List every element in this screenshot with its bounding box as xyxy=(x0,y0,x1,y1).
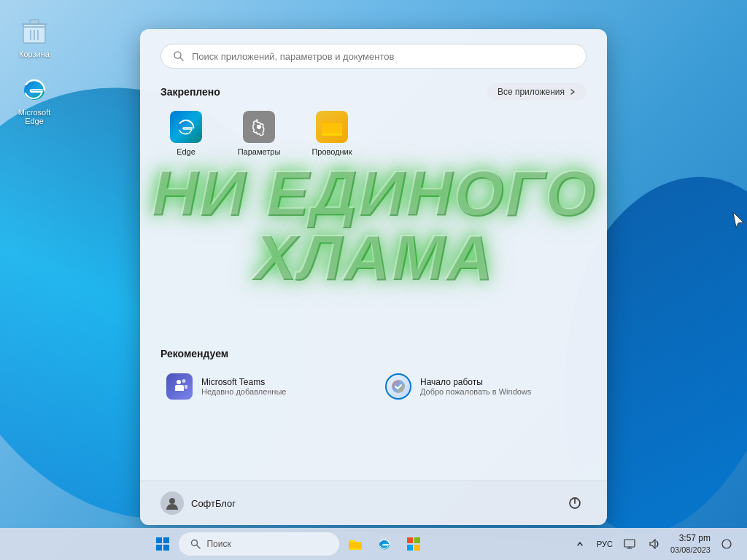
power-icon xyxy=(568,496,582,510)
pinned-app-edge-label: Edge xyxy=(177,147,196,156)
svg-line-4 xyxy=(180,58,183,61)
rec-text-getstarted: Начало работы Добро пожаловать в Windows xyxy=(420,377,531,396)
taskbar-search-icon xyxy=(190,539,201,549)
rec-name-getstarted: Начало работы xyxy=(420,377,531,387)
tray-language-button[interactable]: РУС xyxy=(593,532,616,556)
taskbar-right: РУС 3:57 pm 03/08/2023 xyxy=(568,532,738,556)
clock-date: 03/08/2023 xyxy=(670,545,711,555)
taskbar-search[interactable]: Поиск xyxy=(179,532,339,556)
rec-name-teams: Microsoft Teams xyxy=(201,377,286,387)
desktop-icon-recycle-bin[interactable]: Корзина xyxy=(9,15,60,58)
recommended-section: Рекомендуем Microsoft Teams Недавно доба… xyxy=(140,335,607,416)
svg-rect-17 xyxy=(414,537,420,543)
search-section xyxy=(140,29,607,77)
desktop-icon-label-edge: Microsoft Edge xyxy=(9,108,60,125)
svg-rect-10 xyxy=(163,537,169,543)
system-tray: РУС xyxy=(568,532,666,556)
svg-rect-20 xyxy=(624,540,635,547)
desktop-icon-edge[interactable]: Microsoft Edge xyxy=(9,73,60,125)
recommended-title: Рекомендуем xyxy=(160,348,228,359)
recommended-items-list: Microsoft Teams Недавно добавленные xyxy=(160,369,587,404)
search-icon xyxy=(173,50,185,62)
monitor-icon xyxy=(624,539,635,549)
pinned-app-explorer[interactable]: Проводник xyxy=(306,111,357,156)
clock-time: 3:57 pm xyxy=(670,533,711,545)
gear-icon xyxy=(249,117,268,136)
overlay-spacer xyxy=(140,168,607,270)
user-info[interactable]: СофтБлог xyxy=(160,491,236,515)
search-input[interactable] xyxy=(192,51,574,62)
tray-monitor-button[interactable] xyxy=(618,532,641,556)
pinned-app-explorer-label: Проводник xyxy=(311,147,352,156)
chevron-right-icon xyxy=(569,88,576,96)
taskbar: Поиск xyxy=(0,528,747,560)
folder-icon xyxy=(320,117,344,137)
svg-point-7 xyxy=(169,498,175,504)
start-button[interactable] xyxy=(150,531,176,557)
taskbar-file-explorer[interactable] xyxy=(342,531,368,557)
tray-notifications-button[interactable] xyxy=(715,532,738,556)
pinned-app-settings[interactable]: Параметры xyxy=(233,111,285,156)
start-menu-bottom-bar: СофтБлог xyxy=(140,481,607,525)
pinned-title: Закреплено xyxy=(160,86,220,98)
volume-icon xyxy=(649,539,660,549)
rec-item-getstarted[interactable]: Начало работы Добро пожаловать в Windows xyxy=(379,369,587,404)
svg-rect-19 xyxy=(414,545,420,551)
svg-point-6 xyxy=(392,380,405,393)
desktop-icon-label-recycle: Корзина xyxy=(19,50,50,58)
pinned-header: Закреплено Все приложения xyxy=(160,83,587,101)
pinned-app-settings-label: Параметры xyxy=(238,147,281,156)
notifications-icon xyxy=(721,539,732,549)
tray-volume-button[interactable] xyxy=(643,532,666,556)
taskbar-edge[interactable] xyxy=(371,531,398,557)
user-avatar xyxy=(160,491,184,515)
taskbar-search-label: Поиск xyxy=(206,539,231,549)
svg-line-14 xyxy=(197,545,201,549)
tray-expand-button[interactable] xyxy=(568,532,592,556)
rec-text-teams: Microsoft Teams Недавно добавленные xyxy=(201,377,286,396)
cursor xyxy=(732,211,741,225)
chevron-up-icon xyxy=(576,540,584,548)
svg-rect-12 xyxy=(163,545,169,551)
start-menu: Закреплено Все приложения xyxy=(140,29,607,525)
search-wrapper[interactable] xyxy=(160,44,587,69)
pinned-app-edge[interactable]: Edge xyxy=(160,111,212,156)
rec-item-teams[interactable]: Microsoft Teams Недавно добавленные xyxy=(160,369,368,404)
system-clock[interactable]: 3:57 pm 03/08/2023 xyxy=(670,533,711,555)
tray-language: РУС xyxy=(597,540,613,548)
taskbar-store[interactable] xyxy=(400,531,427,557)
svg-rect-21 xyxy=(722,540,731,548)
all-apps-button[interactable]: Все приложения xyxy=(487,83,587,101)
taskbar-center: Поиск xyxy=(15,531,562,557)
svg-rect-9 xyxy=(156,537,162,543)
svg-rect-11 xyxy=(156,545,162,551)
svg-rect-16 xyxy=(407,537,413,543)
svg-rect-18 xyxy=(407,545,413,551)
teams-icon xyxy=(166,373,193,400)
getstarted-icon xyxy=(385,373,411,400)
rec-sub-teams: Недавно добавленные xyxy=(201,387,286,396)
pinned-apps-grid: Edge Параметры xyxy=(160,111,587,156)
all-apps-label: Все приложения xyxy=(498,87,565,97)
rec-sub-getstarted: Добро пожаловать в Windows xyxy=(420,387,531,396)
power-button[interactable] xyxy=(563,491,587,515)
svg-rect-1 xyxy=(30,20,39,24)
pinned-section: Закреплено Все приложения xyxy=(140,77,607,168)
user-name: СофтБлог xyxy=(191,498,236,509)
